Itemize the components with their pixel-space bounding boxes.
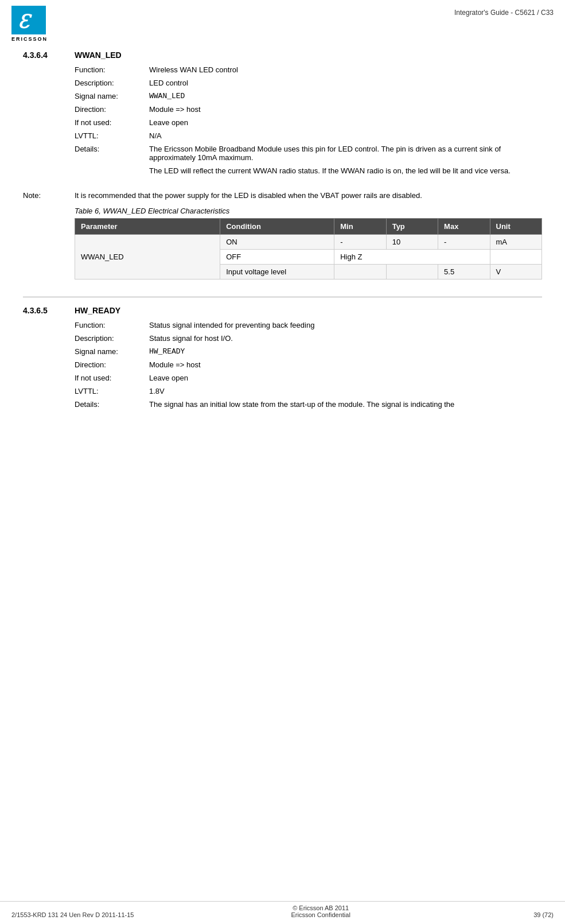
table-cell-typ-voltage [386,265,438,279]
footer-page-number: 39 (72) [508,911,554,918]
table-cell-unit-voltage: V [490,265,541,279]
if-not-used-label-4365: If not used: [75,374,149,382]
table-cell-unit-on: mA [490,235,541,250]
col-header-min: Min [334,219,386,235]
description-row: Description: LED control [23,79,542,87]
note-row: Note: It is recommended that the power s… [23,191,542,200]
section-number-4364: 4.3.6.4 [23,51,75,60]
if-not-used-value-4365: Leave open [149,374,542,382]
lvttl-value-4365: 1.8V [149,387,542,395]
page-footer: 2/1553-KRD 131 24 Uen Rev D 2011-11-15 ©… [0,901,565,918]
signal-name-label: Signal name: [75,92,149,100]
details-label: Details: [75,145,149,180]
function-value: Wireless WAN LED control [149,65,542,74]
direction-value: Module => host [149,105,542,114]
table-cell-condition-off: OFF [220,250,334,265]
signal-name-value-4365: HW_READY [149,347,542,356]
signal-name-label-4365: Signal name: [75,347,149,356]
table-header-row: Parameter Condition Min Typ Max Unit [75,219,542,235]
col-header-max: Max [438,219,490,235]
description-label-4365: Description: [75,334,149,343]
page-header: Ɛ ERICSSON Integrator's Guide - C5621 / … [0,0,565,45]
section-title-4365: HW_READY [75,306,120,315]
description-row-4365: Description: Status signal for host I/O. [23,334,542,343]
table-cell-unit-off [490,250,541,265]
lvttl-label: LVTTL: [75,131,149,140]
table-cell-max-voltage: 5.5 [438,265,490,279]
note-label: Note: [23,191,75,200]
if-not-used-label: If not used: [75,118,149,127]
lvttl-label-4365: LVTTL: [75,387,149,395]
function-value-4365: Status signal intended for preventing ba… [149,321,542,329]
details-para1: The Ericsson Mobile Broadband Module use… [149,145,542,162]
table-cell-condition-voltage: Input voltage level [220,265,334,279]
signal-name-row: Signal name: WWAN_LED [23,92,542,100]
brand-name: ERICSSON [11,36,48,42]
description-label: Description: [75,79,149,87]
direction-row: Direction: Module => host [23,105,542,114]
section-divider [23,297,542,297]
details-value: The Ericsson Mobile Broadband Module use… [149,145,542,180]
details-row-4365: Details: The signal has an initial low s… [23,400,542,409]
if-not-used-row-4365: If not used: Leave open [23,374,542,382]
table-cell-condition-on: ON [220,235,334,250]
table-cell-param: WWAN_LED [75,235,220,279]
col-header-condition: Condition [220,219,334,235]
direction-value-4365: Module => host [149,360,542,369]
col-header-unit: Unit [490,219,541,235]
section-number-4365: 4.3.6.5 [23,306,75,315]
section-4364: 4.3.6.4 WWAN_LED Function: Wireless WAN … [23,51,542,180]
function-row: Function: Wireless WAN LED control [23,65,542,74]
details-para2: The LED will reflect the current WWAN ra… [149,166,542,175]
if-not-used-row: If not used: Leave open [23,118,542,127]
section-header-4364: 4.3.6.4 WWAN_LED [23,51,542,60]
description-value-4365: Status signal for host I/O. [149,334,542,343]
footer-center: © Ericsson AB 2011 Ericsson Confidential [134,904,508,918]
section-header-4365: 4.3.6.5 HW_READY [23,306,542,315]
document-title: Integrator's Guide - C5621 / C33 [454,6,554,17]
table-cell-min-on: - [334,235,386,250]
lvttl-row: LVTTL: N/A [23,131,542,140]
table-cell-min-voltage [334,265,386,279]
ericsson-logo: Ɛ [11,6,46,34]
electrical-characteristics-table: Parameter Condition Min Typ Max Unit WWA… [75,218,542,279]
lvttl-value: N/A [149,131,542,140]
footer-left: 2/1553-KRD 131 24 Uen Rev D 2011-11-15 [11,911,134,918]
if-not-used-value: Leave open [149,118,542,127]
table-cell-max-on: - [438,235,490,250]
signal-name-value: WWAN_LED [149,92,542,100]
section-title-4364: WWAN_LED [75,51,122,60]
col-header-parameter: Parameter [75,219,220,235]
direction-row-4365: Direction: Module => host [23,360,542,369]
description-value: LED control [149,79,542,87]
col-header-typ: Typ [386,219,438,235]
section-4365: 4.3.6.5 HW_READY Function: Status signal… [23,306,542,409]
direction-label: Direction: [75,105,149,114]
lvttl-row-4365: LVTTL: 1.8V [23,387,542,395]
direction-label-4365: Direction: [75,360,149,369]
details-value-4365: The signal has an initial low state from… [149,400,542,409]
footer-copyright: © Ericsson AB 2011 [134,904,508,911]
table-cell-highz: High Z [334,250,490,265]
table-cell-typ-on: 10 [386,235,438,250]
table-caption: Table 6, WWAN_LED Electrical Characteris… [23,207,542,215]
logo-area: Ɛ ERICSSON [11,6,48,42]
table-row: WWAN_LED ON - 10 - mA [75,235,542,250]
note-text: It is recommended that the power supply … [75,191,542,200]
signal-name-row-4365: Signal name: HW_READY [23,347,542,356]
function-label: Function: [75,65,149,74]
details-row: Details: The Ericsson Mobile Broadband M… [23,145,542,180]
details-label-4365: Details: [75,400,149,409]
footer-confidential: Ericsson Confidential [134,911,508,918]
function-row-4365: Function: Status signal intended for pre… [23,321,542,329]
function-label-4365: Function: [75,321,149,329]
main-content: 4.3.6.4 WWAN_LED Function: Wireless WAN … [0,45,565,432]
